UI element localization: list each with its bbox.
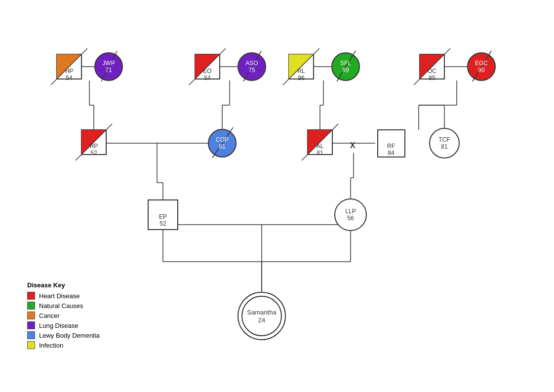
svg-text:ASO: ASO [245, 60, 258, 67]
svg-text:54: 54 [66, 75, 73, 81]
svg-text:56: 56 [347, 215, 354, 222]
svg-text:90: 90 [478, 67, 485, 74]
svg-text:85: 85 [429, 75, 435, 81]
svg-point-92 [242, 296, 281, 336]
legend-label-text: Heart Disease [39, 292, 79, 300]
person-EO: EO 54 [189, 48, 226, 85]
svg-text:SFL: SFL [340, 60, 351, 67]
legend-item: Infection [27, 341, 100, 349]
legend-label-text: Infection [39, 342, 63, 349]
legend-item: Lung Disease [27, 321, 100, 329]
svg-text:54: 54 [204, 75, 211, 81]
person-ASO: ASO 75 [238, 51, 266, 81]
legend-item: Lewy Body Dementia [27, 331, 100, 339]
svg-text:EP: EP [159, 213, 167, 220]
svg-text:RP: RP [90, 143, 98, 150]
person-LLP: LLP 56 [335, 199, 366, 231]
svg-text:JWP: JWP [102, 60, 115, 67]
person-OC: OC 85 [414, 48, 450, 85]
legend-title: Disease Key [27, 281, 100, 289]
svg-text:HP: HP [65, 68, 74, 75]
svg-text:52: 52 [159, 220, 166, 227]
svg-text:LLP: LLP [345, 208, 356, 215]
legend-color-box [27, 312, 35, 319]
svg-text:24: 24 [258, 316, 265, 324]
svg-text:EGC: EGC [475, 60, 488, 67]
person-RP: RP 52 [76, 124, 112, 160]
legend-label-text: Lewy Body Dementia [39, 332, 100, 339]
person-RF: RF 84 [378, 130, 405, 157]
svg-text:TCF: TCF [438, 136, 450, 143]
svg-text:EO: EO [203, 68, 211, 75]
non-consanguineous-marker: X [350, 141, 356, 150]
svg-text:81: 81 [317, 150, 323, 157]
svg-text:AL: AL [317, 143, 324, 150]
person-TCF: TCF 81 [430, 128, 459, 158]
legend-item: Natural Causes [27, 302, 100, 310]
person-EP: EP 52 [148, 200, 178, 230]
svg-text:75: 75 [248, 67, 255, 74]
person-Samantha: Samantha 24 [238, 292, 285, 340]
person-AL: AL 81 [302, 124, 338, 160]
legend-color-box [27, 331, 35, 339]
svg-text:RL: RL [297, 68, 305, 75]
svg-text:COP: COP [216, 136, 229, 143]
legend-color-box [27, 341, 35, 349]
legend-label-text: Natural Causes [39, 302, 83, 310]
legend-color-box [27, 321, 35, 329]
person-SFL: SFL 99 [332, 51, 359, 81]
svg-text:RF: RF [387, 143, 395, 150]
legend-item: Cancer [27, 312, 100, 319]
legend-color-box [27, 302, 35, 310]
svg-text:81: 81 [441, 143, 448, 150]
legend-label-text: Cancer [39, 312, 60, 319]
person-RL: RL 96 [283, 48, 319, 85]
svg-text:71: 71 [105, 67, 112, 74]
person-EGC: EGC 90 [468, 51, 495, 81]
legend-label-text: Lung Disease [39, 322, 79, 329]
legend-item: Heart Disease [27, 292, 100, 300]
svg-text:Samantha: Samantha [247, 309, 277, 316]
svg-text:99: 99 [342, 67, 349, 74]
svg-text:84: 84 [388, 150, 395, 157]
legend-color-box [27, 292, 35, 300]
svg-text:96: 96 [298, 75, 305, 81]
person-HP: HP 54 [51, 48, 87, 85]
person-JWP: JWP 71 [95, 51, 122, 81]
svg-text:OC: OC [428, 68, 436, 75]
person-COP: COP 81 [208, 127, 236, 158]
svg-text:81: 81 [219, 143, 226, 150]
disease-legend: Disease Key Heart DiseaseNatural CausesC… [27, 281, 100, 351]
svg-text:52: 52 [90, 150, 97, 157]
